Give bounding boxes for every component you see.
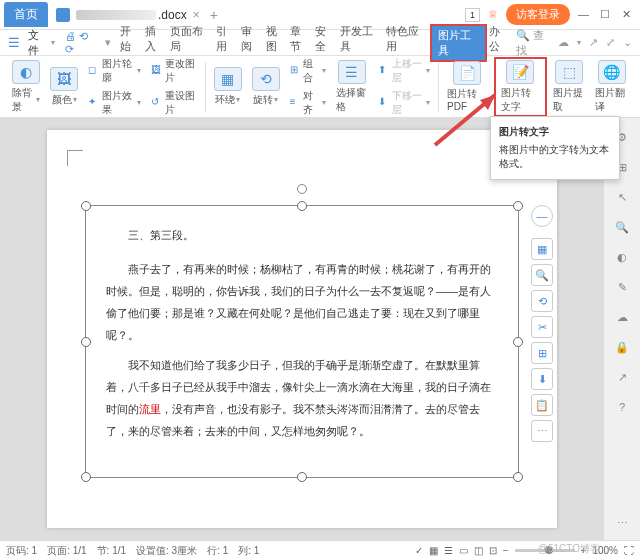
status-section: 节: 1/1 bbox=[97, 544, 126, 558]
clock-icon[interactable]: ◐ bbox=[613, 248, 631, 266]
resize-handle[interactable] bbox=[297, 472, 307, 482]
cursor-icon[interactable]: ↖ bbox=[613, 188, 631, 206]
guest-login-button[interactable]: 访客登录 bbox=[506, 4, 570, 25]
view-icon[interactable]: ⊡ bbox=[489, 545, 497, 556]
cloud-icon[interactable]: ☁ bbox=[558, 36, 569, 49]
tab-ref[interactable]: 引用 bbox=[214, 24, 239, 62]
resize-handle[interactable] bbox=[513, 472, 523, 482]
color-button[interactable]: 🖼颜色▾ bbox=[46, 67, 82, 107]
resize-handle[interactable] bbox=[513, 201, 523, 211]
pencil-icon[interactable]: ✎ bbox=[613, 278, 631, 296]
view-icon[interactable]: ☰ bbox=[444, 545, 453, 556]
resize-handle[interactable] bbox=[81, 472, 91, 482]
status-line: 行: 1 bbox=[207, 544, 228, 558]
image-translate-button[interactable]: 🌐图片翻译 bbox=[591, 60, 632, 114]
copy-tool-icon[interactable]: 📋 bbox=[531, 394, 553, 416]
watermark: @51CTO博客 bbox=[538, 542, 600, 556]
bring-forward-button: ⬆上移一层▾ bbox=[378, 57, 430, 85]
rotate-handle[interactable] bbox=[297, 184, 307, 194]
add-tab-icon[interactable]: + bbox=[210, 7, 218, 23]
reset-image-button[interactable]: ↺重设图片 bbox=[151, 89, 197, 117]
crop-tool-icon[interactable]: ✂ bbox=[531, 316, 553, 338]
change-image-button[interactable]: 🖼更改图片 bbox=[151, 57, 197, 85]
minimize-icon[interactable]: — bbox=[578, 8, 592, 22]
share-icon[interactable]: ↗ bbox=[613, 368, 631, 386]
selection-pane-button[interactable]: ☰选择窗格 bbox=[332, 60, 373, 114]
zoom-out[interactable]: − bbox=[503, 545, 509, 556]
paragraph-2: 我不知道他们给了我多少日子，但我的手确乎是渐渐空虚了。在默默里算着，八千多日子已… bbox=[106, 354, 498, 442]
tooltip-title: 图片转文字 bbox=[499, 125, 611, 139]
search-icon[interactable]: 🔍 bbox=[613, 218, 631, 236]
close-icon[interactable]: ✕ bbox=[622, 8, 636, 22]
crown-icon[interactable]: ♕ bbox=[488, 8, 498, 21]
outline-button[interactable]: ◻图片轮廓▾ bbox=[88, 57, 140, 85]
image-extract-button[interactable]: ⬚图片提取 bbox=[549, 60, 590, 114]
menu-grid-icon[interactable]: ☰ bbox=[8, 35, 20, 50]
home-tab[interactable]: 首页 bbox=[4, 2, 48, 27]
page[interactable]: 三、第三段。 燕子去了，有再来的时候；杨柳枯了，有再青的时候；桃花谢了，有再开的… bbox=[47, 130, 557, 528]
right-panel: ⚙ ⊞ ↖ 🔍 ◐ ✎ ☁ 🔒 ↗ ? ⋯ bbox=[604, 118, 640, 540]
maximize-icon[interactable]: ☐ bbox=[600, 8, 614, 22]
fullscreen-icon[interactable]: ⛶ bbox=[624, 545, 634, 556]
group-button[interactable]: ⊞组合▾ bbox=[290, 57, 326, 85]
effects-button[interactable]: ✦图片效果▾ bbox=[88, 89, 140, 117]
collapse-icon[interactable]: ⤢ bbox=[606, 36, 615, 49]
close-tab-icon[interactable]: × bbox=[193, 8, 200, 22]
resize-handle[interactable] bbox=[81, 337, 91, 347]
tooltip: 图片转文字 将图片中的文字转为文本格式。 bbox=[490, 116, 620, 180]
float-toolbar: ▦ 🔍 ⟲ ✂ ⊞ ⬇ 📋 ⋯ bbox=[531, 238, 553, 442]
adjust-tool-icon[interactable]: ⊞ bbox=[531, 342, 553, 364]
cloud-icon[interactable]: ☁ bbox=[613, 308, 631, 326]
send-backward-button: ⬇下移一层▾ bbox=[378, 89, 430, 117]
tab-view[interactable]: 视图 bbox=[264, 24, 289, 62]
tooltip-desc: 将图片中的文字转为文本格式。 bbox=[499, 143, 611, 171]
tab-image-tools[interactable]: 图片工具 bbox=[430, 24, 488, 62]
share-icon[interactable]: ↗ bbox=[589, 36, 598, 49]
ribbon: ◐除背景▾ 🖼颜色▾ ◻图片轮廓▾ ✦图片效果▾ 🖼更改图片 ↺重设图片 ▦环绕… bbox=[0, 56, 640, 118]
image-content: 三、第三段。 燕子去了，有再来的时候；杨柳枯了，有再青的时候；桃花谢了，有再开的… bbox=[86, 206, 518, 468]
document-area: 三、第三段。 燕子去了，有再来的时候；杨柳枯了，有再青的时候；桃花谢了，有再开的… bbox=[0, 118, 604, 540]
margin-corner-icon bbox=[67, 150, 83, 166]
align-button[interactable]: ≡对齐▾ bbox=[290, 89, 326, 117]
help-icon[interactable]: ? bbox=[613, 398, 631, 416]
remove-bg-button[interactable]: ◐除背景▾ bbox=[8, 60, 44, 114]
spell-icon[interactable]: ✓ bbox=[415, 545, 423, 556]
heading: 三、第三段。 bbox=[106, 224, 498, 246]
wrap-button[interactable]: ▦环绕▾ bbox=[210, 67, 246, 107]
view-icon[interactable]: ▦ bbox=[429, 545, 438, 556]
file-menu[interactable]: 文件▾ bbox=[28, 28, 55, 58]
resize-handle[interactable] bbox=[513, 337, 523, 347]
word-icon bbox=[56, 8, 70, 22]
doc-ext: .docx bbox=[158, 8, 187, 22]
rotate-button[interactable]: ⟲旋转▾ bbox=[248, 67, 284, 107]
zoom-tool-icon[interactable]: 🔍 bbox=[531, 264, 553, 286]
paragraph-1: 燕子去了，有再来的时候；杨柳枯了，有再青的时候；桃花谢了，有再开的时候。但是，聪… bbox=[106, 258, 498, 346]
float-close-button[interactable]: — bbox=[531, 205, 553, 227]
doc-name-blur bbox=[76, 10, 156, 20]
status-pos: 设置值: 3厘米 bbox=[136, 544, 197, 558]
resize-handle[interactable] bbox=[81, 201, 91, 211]
counter-badge: 1 bbox=[465, 8, 480, 22]
lock-icon[interactable]: 🔒 bbox=[613, 338, 631, 356]
selected-image-frame[interactable]: 三、第三段。 燕子去了，有再来的时候；杨柳枯了，有再青的时候；桃花谢了，有再开的… bbox=[85, 205, 519, 478]
tab-review[interactable]: 审阅 bbox=[239, 24, 264, 62]
export-tool-icon[interactable]: ⬇ bbox=[531, 368, 553, 390]
more-icon[interactable]: ⋯ bbox=[613, 514, 631, 532]
status-page: 页码: 1 bbox=[6, 544, 37, 558]
document-tab[interactable]: .docx × bbox=[56, 8, 200, 22]
view-icon[interactable]: ▭ bbox=[459, 545, 468, 556]
view-icon[interactable]: ◫ bbox=[474, 545, 483, 556]
resize-handle[interactable] bbox=[297, 201, 307, 211]
status-col: 列: 1 bbox=[238, 544, 259, 558]
status-pages: 页面: 1/1 bbox=[47, 544, 86, 558]
caret-icon[interactable]: ⌄ bbox=[623, 36, 632, 49]
search-label[interactable]: 🔍 查找 bbox=[516, 28, 550, 58]
menubar: ☰ 文件▾ 🖨 ⟲ ⟳ ▾ 开始 插入 页面布局 引用 审阅 视图 章节 安全 … bbox=[0, 30, 640, 56]
more-tool-icon[interactable]: ⋯ bbox=[531, 420, 553, 442]
layout-tool-icon[interactable]: ▦ bbox=[531, 238, 553, 260]
rotate-tool-icon[interactable]: ⟲ bbox=[531, 290, 553, 312]
quick-save-icons[interactable]: 🖨 ⟲ ⟳ bbox=[65, 30, 99, 56]
